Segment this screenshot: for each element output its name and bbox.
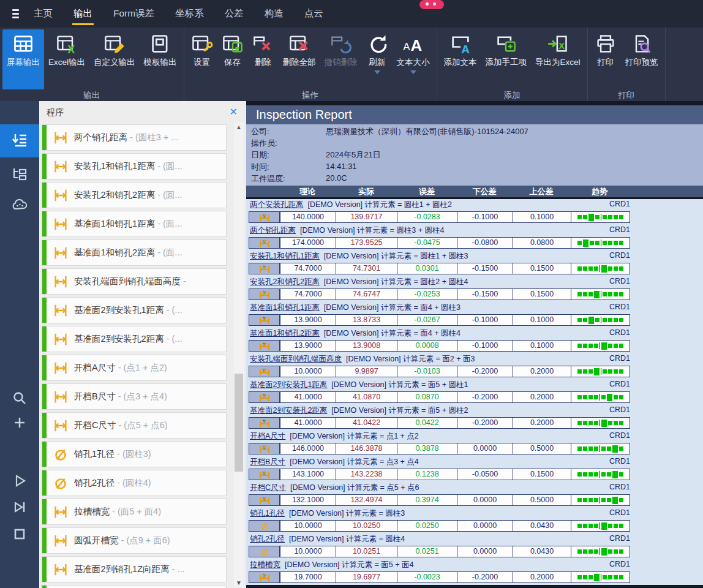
program-item[interactable]: 基准面1和销孔1距离 - (面... [42,211,227,237]
program-item[interactable]: 开档B尺寸 - (点3 + 点4) [42,383,227,410]
ribbon-button-delete[interactable]: 删除 [248,29,279,87]
ribbon-button-add-text[interactable]: A添加文本 [440,29,481,87]
demo-tag: [DEMO Version] [290,458,345,466]
ribbon-button-delete-all[interactable]: 删除全部 [279,29,320,87]
recording-badge-icon [419,0,444,9]
menu-tab-点云[interactable]: 点云 [303,0,325,28]
dimension-name[interactable]: 拉槽槽宽 [250,560,280,569]
upper-tolerance: 0.2000 [513,366,571,377]
dimension-name[interactable]: 基准面1和销孔1距离 [250,303,320,312]
report-row: 基准面2到安装孔1距离 [DEMO Version] 计算元素 = 面5 + 圆… [246,379,703,405]
dimension-name[interactable]: 基准面2到安装孔1距离 [250,380,327,389]
program-item[interactable]: 销孔1孔径 - (圆柱3) [42,441,227,467]
menu-tab-输出[interactable]: 输出 [72,0,94,28]
upper-tolerance: 0.0430 [513,520,571,532]
program-item-name: 开档A尺寸 [74,363,116,372]
program-item-suffix: - (点3 + 点4) [118,391,167,401]
menu-tab-公差[interactable]: 公差 [224,0,245,28]
trend-bar [571,366,630,377]
chevron-down-icon[interactable] [410,70,416,74]
rail-button-output-list[interactable] [0,124,39,157]
ribbon-button-excel-output[interactable]: XExcel输出 [44,29,89,87]
close-icon[interactable]: ✕ [230,106,238,118]
program-item[interactable]: 两个销孔距离 - (圆柱3 + ... [42,124,227,151]
program-item[interactable]: 开档C尺寸 - (点5 + 点6) [42,412,227,439]
rail-button-play[interactable] [0,467,39,494]
search-icon [10,389,29,407]
column-header-6: 趋势 [592,186,607,197]
program-item-suffix: - (点9 + 面6) [121,535,170,545]
theoretical-value: 41.0000 [280,391,336,403]
menu-tab-构造[interactable]: 构造 [263,0,285,28]
report-row: 拉槽槽宽 [DEMO Version] 计算元素 = 面5 + 面4 CRD1 … [246,559,703,585]
program-item[interactable]: 基准面1和销孔2距离 - (面... [42,239,227,266]
program-item-name: 安装孔2和销孔2距离 [74,190,155,200]
program-item[interactable]: 销孔2孔径 - (圆柱4) [42,470,227,496]
dimension-name[interactable]: 两个销孔距离 [250,226,296,235]
program-item[interactable]: 安装孔端面到销孔端面高度 - [42,268,227,295]
rail-button-cloud[interactable] [0,192,39,219]
dimension-name[interactable]: 销孔2孔径 [250,535,285,543]
actual-value: 13.9008 [336,340,397,352]
diameter-icon [260,547,269,557]
dimension-name[interactable]: 两个安装孔距离 [250,200,304,209]
ribbon-button-template-output[interactable]: 模板输出 [140,29,181,87]
dimension-name[interactable]: 安装孔端面到销孔端面高度 [250,355,342,363]
ribbon-button-print[interactable]: 打印 [590,29,621,87]
demo-tag: [DEMO Version] [324,303,379,312]
distance-icon [53,562,69,578]
ribbon-button-export-excel[interactable]: X导出为Excel [531,29,585,87]
chevron-down-icon[interactable] [374,70,380,74]
ribbon-button-save[interactable]: 保存 [217,29,248,87]
program-item-name: 圆弧开槽宽 [74,535,119,545]
program-item[interactable]: 拉槽槽宽 - (面5 + 面4) [42,499,227,525]
report-row: 开档B尺寸 [DEMO Version] 计算元素 = 点3 + 点4 CRD1… [246,456,703,482]
info-value: 14:41:31 [326,162,357,171]
dimension-name[interactable]: 开档C尺寸 [250,483,286,492]
rail-button-tree[interactable] [0,161,39,188]
upper-tolerance: 0.2000 [513,391,571,403]
dimension-name[interactable]: 安装孔1和销孔1距离 [250,252,320,260]
scroll-thumb[interactable] [235,374,243,472]
dimension-name[interactable]: 安装孔2和销孔2距离 [250,277,320,286]
program-item[interactable]: 基准面2到销孔2Z向距离 - ... [42,585,227,588]
dimension-name[interactable]: 开档A尺寸 [250,432,285,440]
svg-text:X: X [67,43,75,55]
app-menu-icon[interactable] [12,9,19,18]
scroll-down-icon[interactable]: ▼ [234,578,244,588]
dimension-name[interactable]: 基准面2到安装孔2距离 [250,406,327,415]
menu-tab-坐标系[interactable]: 坐标系 [174,0,205,28]
dimension-name[interactable]: 销孔1孔径 [250,509,285,518]
program-item[interactable]: 圆弧开槽宽 - (点9 + 面6) [42,527,227,554]
ribbon-button-text-size[interactable]: AA文本大小 [393,29,434,87]
program-item[interactable]: 基准面2到安装孔2距离 - (... [42,326,227,352]
refresh-icon [366,33,388,55]
ribbon-button-print-preview[interactable]: 打印预览 [621,29,663,87]
program-scrollbar[interactable]: ▲ ▼ [234,123,244,588]
dimension-name[interactable]: 基准面1和销孔2距离 [250,329,320,337]
rail-button-plus[interactable] [0,409,39,436]
menu-tab-主页[interactable]: 主页 [32,0,54,28]
rail-button-stop[interactable] [0,521,39,548]
error-value: 0.0251 [397,546,457,557]
report-title: Inspection Report [246,105,703,124]
program-item[interactable]: 基准面2到销孔1Z向距离 - ... [42,556,227,582]
scroll-up-icon[interactable]: ▲ [234,123,244,132]
program-item[interactable]: 安装孔2和销孔2距离 - (圆... [42,182,227,208]
delete-icon [252,33,274,55]
ribbon-button-settings[interactable]: 设置 [187,29,217,87]
ribbon-button-refresh[interactable]: 刷新 [362,29,393,87]
program-item[interactable]: 开档A尺寸 - (点1 + 点2) [42,355,227,381]
dimension-name[interactable]: 开档B尺寸 [250,458,285,466]
program-item[interactable]: 基准面2到安装孔1距离 - (... [42,297,227,323]
delete-all-icon [288,33,310,55]
ribbon-button-screen-output[interactable]: 屏幕输出 [2,29,44,89]
rail-button-play-to-end[interactable] [0,494,39,521]
calc-elements: 计算元素 = 面4 + 圆柱3 [381,303,461,312]
ribbon-button-custom-output[interactable]: 自定义输出 [89,29,140,87]
calc-elements: 计算元素 = 面4 + 圆柱4 [381,329,461,337]
rail-button-search[interactable] [0,385,39,412]
program-item[interactable]: 安装孔1和销孔1距离 - (圆... [42,153,227,179]
ribbon-button-add-manual-item[interactable]: 添加手工项 [481,29,532,87]
menu-tab-Form误差[interactable]: Form误差 [112,0,156,28]
